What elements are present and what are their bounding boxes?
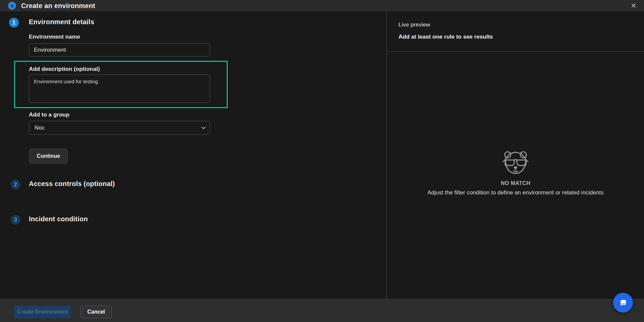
dialog-title: Create an environment xyxy=(21,2,95,10)
step-1-title: Environment details xyxy=(29,18,94,26)
wizard-pane: 1 Environment details Environment name A… xyxy=(0,12,387,298)
cancel-button[interactable]: Cancel xyxy=(80,306,112,318)
close-icon[interactable]: ✕ xyxy=(629,1,639,11)
group-select[interactable]: Noc xyxy=(29,121,210,135)
step-2-badge: 2 xyxy=(11,180,20,189)
preview-divider xyxy=(387,51,644,52)
description-label: Add description (optional) xyxy=(29,66,100,73)
chat-bubble-icon xyxy=(618,298,628,308)
dialog-body: 1 Environment details Environment name A… xyxy=(0,12,644,298)
live-preview-subtitle: Add at least one rule to see results xyxy=(398,34,493,40)
create-environment-dialog: + Create an environment ✕ 1 Environment … xyxy=(0,0,644,322)
no-match-empty-state: NO MATCH Adjust the filter condition to … xyxy=(387,150,644,196)
live-preview-title: Live preview xyxy=(398,21,430,28)
dialog-footer: Create Environment Cancel xyxy=(0,298,644,322)
dialog-header: + Create an environment ✕ xyxy=(0,0,644,12)
chat-launcher-button[interactable] xyxy=(613,293,633,313)
no-match-message: Adjust the filter condition to define an… xyxy=(427,189,603,196)
plus-icon: + xyxy=(8,2,16,10)
continue-button[interactable]: Continue xyxy=(29,149,68,164)
panda-sunglasses-icon xyxy=(501,150,530,176)
no-match-title: NO MATCH xyxy=(501,180,530,186)
environment-name-label: Environment name xyxy=(29,34,80,40)
group-select-value: Noc xyxy=(35,125,45,131)
environment-name-input[interactable] xyxy=(29,43,210,56)
step-2-title: Access controls (optional) xyxy=(29,180,115,188)
create-environment-button[interactable]: Create Environment xyxy=(14,306,71,318)
step-1-badge: 1 xyxy=(9,18,19,28)
chevron-down-icon xyxy=(201,125,206,129)
description-textarea[interactable] xyxy=(29,75,210,103)
group-label: Add to a group xyxy=(29,111,69,118)
step-3-badge: 3 xyxy=(11,215,20,225)
step-3-title: Incident condition xyxy=(29,215,88,223)
live-preview-pane: Live preview Add at least one rule to se… xyxy=(387,12,644,298)
